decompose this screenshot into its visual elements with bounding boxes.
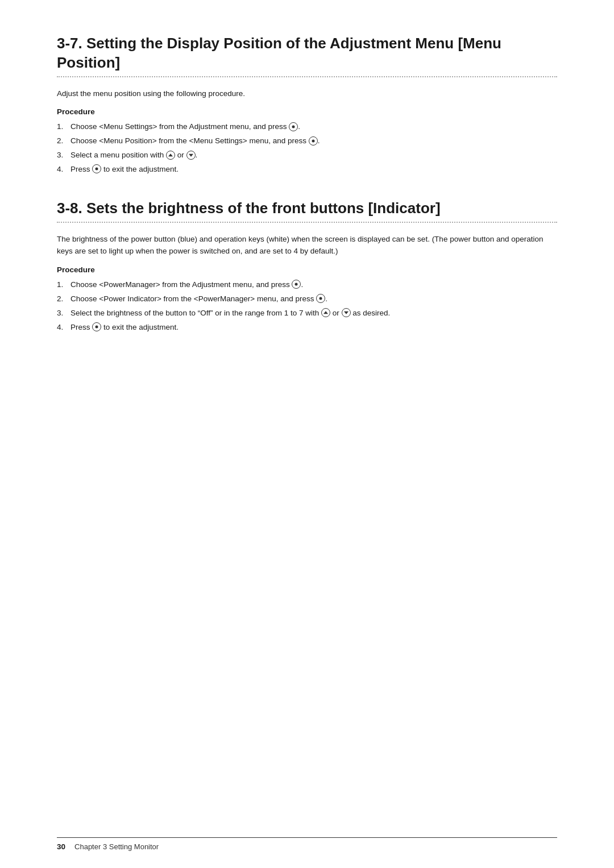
step-text: Choose <PowerManager> from the Adjustmen… [70,280,303,289]
button-icon-up [321,308,330,317]
page-container: 3-7. Setting the Display Position of the… [0,0,614,868]
step-num: 3. [57,149,63,162]
section-38-divider [57,222,557,223]
section-38-title: 3-8. Sets the brightness of the front bu… [57,199,557,218]
list-item: 2. Choose <Power Indicator> from the <Po… [57,293,557,306]
page-number: 30 [57,842,65,851]
button-icon-dot [92,322,101,331]
button-icon-down [186,151,196,160]
list-item: 4. Press to exit the adjustment. [57,321,557,334]
chapter-label: Chapter 3 Setting Monitor [74,842,159,851]
section-37: 3-7. Setting the Display Position of the… [57,34,557,176]
section-37-steps: 1. Choose <Menu Settings> from the Adjus… [57,121,557,176]
list-item: 3. Select a menu position with or . [57,149,557,162]
list-item: 1. Choose <PowerManager> from the Adjust… [57,279,557,292]
button-icon-up [166,151,175,160]
list-item: 1. Choose <Menu Settings> from the Adjus… [57,121,557,134]
section-37-intro: Adjust the menu position using the follo… [57,88,557,100]
section-37-divider [57,76,557,77]
section-38-steps: 1. Choose <PowerManager> from the Adjust… [57,279,557,334]
step-text: Select a menu position with or . [70,151,197,159]
list-item: 3. Select the brightness of the button t… [57,307,557,320]
button-icon-dot [316,294,325,303]
section-38: 3-8. Sets the brightness of the front bu… [57,199,557,334]
step-text: Choose <Power Indicator> from the <Power… [70,294,327,303]
step-num: 1. [57,279,63,292]
step-num: 4. [57,321,63,334]
section-38-intro: The brightness of the power button (blue… [57,233,557,258]
list-item: 4. Press to exit the adjustment. [57,163,557,176]
step-num: 2. [57,293,63,306]
step-text: Press to exit the adjustment. [70,323,179,331]
step-text: Choose <Menu Position> from the <Menu Se… [70,136,320,145]
button-icon-dot [292,280,301,289]
step-num: 4. [57,163,63,176]
page-footer: 30 Chapter 3 Setting Monitor [57,837,557,851]
step-num: 2. [57,135,63,148]
section-37-title: 3-7. Setting the Display Position of the… [57,34,557,73]
button-icon-dot [289,122,298,131]
step-text: Select the brightness of the button to “… [70,309,390,317]
step-num: 1. [57,121,63,134]
button-icon-dot [92,164,101,173]
section-37-procedure-label: Procedure [57,107,557,116]
step-text: Choose <Menu Settings> from the Adjustme… [70,122,300,131]
button-icon-dot [309,136,318,146]
step-text: Press to exit the adjustment. [70,165,179,173]
button-icon-down [342,308,351,317]
section-38-procedure-label: Procedure [57,265,557,274]
step-num: 3. [57,307,63,320]
list-item: 2. Choose <Menu Position> from the <Menu… [57,135,557,148]
